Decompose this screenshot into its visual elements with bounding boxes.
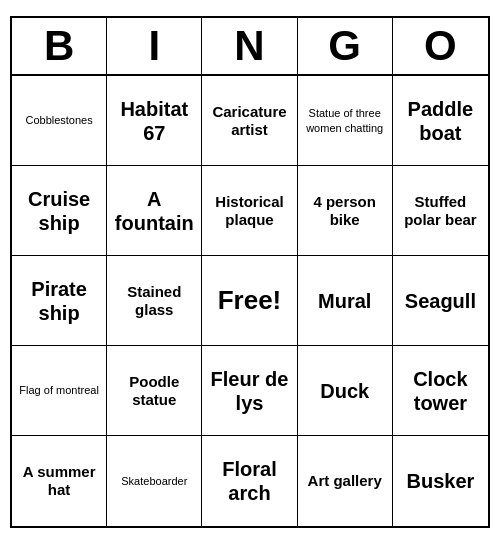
bingo-cell-10[interactable]: Pirate ship [12,256,107,346]
cell-label: Habitat 67 [111,97,197,145]
cell-label: Paddle boat [397,97,484,145]
bingo-cell-6[interactable]: A fountain [107,166,202,256]
bingo-cell-8[interactable]: 4 person bike [298,166,393,256]
bingo-letter-o: O [393,18,488,74]
bingo-cell-24[interactable]: Busker [393,436,488,526]
bingo-cell-19[interactable]: Clock tower [393,346,488,436]
bingo-cell-9[interactable]: Stuffed polar bear [393,166,488,256]
cell-label: Busker [406,469,474,493]
cell-label: Seagull [405,289,476,313]
cell-label: Art gallery [308,472,382,490]
bingo-cell-18[interactable]: Duck [298,346,393,436]
cell-label: Stuffed polar bear [397,193,484,229]
cell-label: Duck [320,379,369,403]
cell-label: Caricature artist [206,103,292,139]
bingo-letter-n: N [202,18,297,74]
bingo-letter-i: I [107,18,202,74]
bingo-cell-7[interactable]: Historical plaque [202,166,297,256]
cell-label: A summer hat [16,463,102,499]
cell-label: Clock tower [397,367,484,415]
bingo-cell-14[interactable]: Seagull [393,256,488,346]
cell-label: 4 person bike [302,193,388,229]
cell-label: Free! [218,284,282,318]
bingo-cell-13[interactable]: Mural [298,256,393,346]
bingo-cell-4[interactable]: Paddle boat [393,76,488,166]
cell-label: Floral arch [206,457,292,505]
cell-label: Flag of montreal [19,383,98,397]
cell-label: Stained glass [111,283,197,319]
bingo-card: BINGO CobblestonesHabitat 67Caricature a… [10,16,490,528]
bingo-cell-1[interactable]: Habitat 67 [107,76,202,166]
cell-label: Poodle statue [111,373,197,409]
cell-label: Skateboarder [121,474,187,488]
bingo-grid: CobblestonesHabitat 67Caricature artistS… [12,76,488,526]
bingo-header: BINGO [12,18,488,76]
cell-label: Fleur de lys [206,367,292,415]
bingo-cell-2[interactable]: Caricature artist [202,76,297,166]
bingo-letter-g: G [298,18,393,74]
bingo-letter-b: B [12,18,107,74]
cell-label: Cobblestones [25,113,92,127]
bingo-cell-5[interactable]: Cruise ship [12,166,107,256]
cell-label: Mural [318,289,371,313]
cell-label: Pirate ship [16,277,102,325]
cell-label: Statue of three women chatting [302,106,388,135]
bingo-cell-16[interactable]: Poodle statue [107,346,202,436]
cell-label: Historical plaque [206,193,292,229]
bingo-cell-3[interactable]: Statue of three women chatting [298,76,393,166]
bingo-cell-20[interactable]: A summer hat [12,436,107,526]
bingo-cell-0[interactable]: Cobblestones [12,76,107,166]
cell-label: Cruise ship [16,187,102,235]
bingo-cell-21[interactable]: Skateboarder [107,436,202,526]
bingo-cell-17[interactable]: Fleur de lys [202,346,297,436]
bingo-cell-15[interactable]: Flag of montreal [12,346,107,436]
bingo-cell-12[interactable]: Free! [202,256,297,346]
cell-label: A fountain [111,187,197,235]
bingo-cell-22[interactable]: Floral arch [202,436,297,526]
bingo-cell-11[interactable]: Stained glass [107,256,202,346]
bingo-cell-23[interactable]: Art gallery [298,436,393,526]
